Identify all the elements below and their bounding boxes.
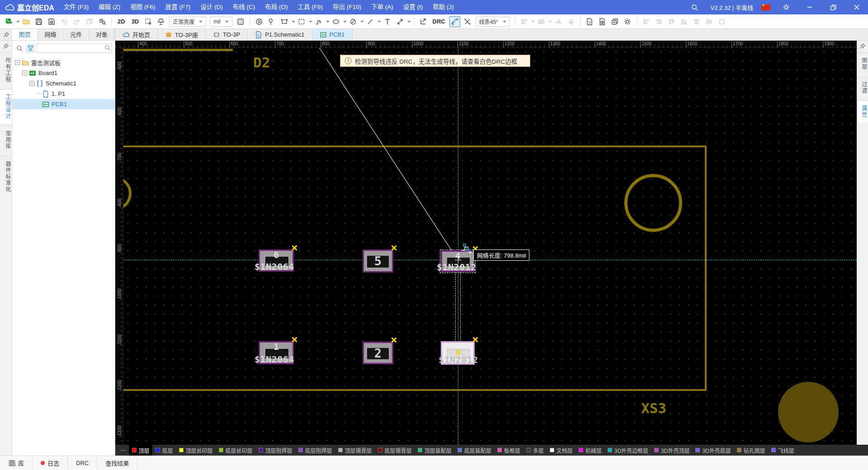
- left-rail-item-工程设计[interactable]: 工程设计: [0, 89, 12, 124]
- route-import-icon[interactable]: [418, 16, 429, 27]
- menu-item-2[interactable]: 视图 (F6): [125, 0, 160, 14]
- chevron-down-icon[interactable]: [407, 21, 411, 23]
- rail-pin-icon[interactable]: [860, 41, 865, 52]
- doc-tab-TO-3P座[interactable]: TO-3P座: [158, 29, 206, 40]
- menu-item-7[interactable]: 工具 (F9): [293, 0, 328, 14]
- pad-5[interactable]: 5: [363, 249, 393, 273]
- layer-item-顶层[interactable]: 顶层: [129, 445, 152, 456]
- chevron-down-icon[interactable]: [16, 21, 20, 23]
- tree-item-雷击测试板[interactable]: −雷击测试板: [12, 57, 115, 68]
- chevron-down-icon[interactable]: [292, 21, 295, 23]
- layer-item-板框层[interactable]: 板框层: [494, 445, 523, 456]
- status-tab-DRC[interactable]: DRC: [68, 456, 97, 470]
- folder-icon[interactable]: [21, 16, 32, 27]
- chevron-down-icon[interactable]: [360, 21, 364, 23]
- tree-item-PCB1[interactable]: PCB1: [12, 99, 115, 109]
- grid-icon[interactable]: [235, 16, 246, 27]
- menu-item-8[interactable]: 导出 (F10): [328, 0, 366, 14]
- ellipse-icon[interactable]: [330, 16, 341, 27]
- text-icon[interactable]: [382, 16, 393, 27]
- keepout-icon[interactable]: [348, 16, 359, 27]
- layer-item-飞线层[interactable]: 飞线层: [768, 445, 797, 456]
- panel-tab-图页[interactable]: 图页: [12, 29, 38, 40]
- pad-1[interactable]: 1$1N2064: [259, 341, 294, 364]
- drc-check-button[interactable]: DRC: [430, 18, 448, 25]
- global-search-icon[interactable]: [687, 0, 703, 14]
- tree-expander-icon[interactable]: −: [15, 60, 20, 65]
- pcb-canvas[interactable]: D2 XS3 6$1N206454$1N20121$1N20642$1N2012…: [115, 41, 857, 445]
- left-rail-item-常用库[interactable]: 常用库: [0, 126, 12, 154]
- menu-item-4[interactable]: 设计 (D): [195, 0, 228, 14]
- layer-item-底层阻焊层[interactable]: 底层阻焊层: [295, 445, 335, 456]
- unit-select-dropdown[interactable]: mil: [210, 17, 232, 27]
- pad-icon[interactable]: [266, 16, 277, 27]
- pad-2[interactable]: 2: [363, 342, 393, 364]
- layer-item-顶层阻焊层[interactable]: 顶层阻焊层: [255, 445, 295, 456]
- layer-item-3D外壳底层[interactable]: 3D外壳底层: [693, 445, 734, 456]
- rect-icon[interactable]: [279, 16, 290, 27]
- rail-pin-icon[interactable]: [3, 41, 9, 52]
- layer-bar-handle[interactable]: —: [118, 447, 129, 453]
- menu-item-5[interactable]: 布线 (C): [228, 0, 260, 14]
- close-button[interactable]: [849, 0, 864, 14]
- layer-item-底层装配层[interactable]: 底层装配层: [454, 445, 494, 456]
- left-rail-item-器件标准化[interactable]: 器件标准化: [0, 156, 12, 197]
- layer-item-顶层装配层[interactable]: 顶层装配层: [415, 445, 454, 456]
- settings-gear-icon[interactable]: [778, 0, 794, 14]
- view-2d-button[interactable]: 2D: [115, 18, 128, 25]
- search-input-icon[interactable]: [104, 45, 110, 51]
- order-icon[interactable]: [597, 16, 608, 27]
- brightness-select-dropdown[interactable]: 正常亮度: [169, 17, 206, 27]
- menu-item-11[interactable]: 帮助 (J): [428, 0, 459, 14]
- status-tab-库[interactable]: 库: [0, 456, 33, 470]
- line-mode-select-dropdown[interactable]: 线条45°: [476, 17, 510, 27]
- settings-icon[interactable]: [622, 16, 633, 27]
- panel-tab-元件[interactable]: 元件: [64, 29, 90, 40]
- tree-expander-icon[interactable]: −: [29, 81, 34, 86]
- chevron-down-icon[interactable]: [531, 21, 535, 23]
- layer-item-3D外壳顶层[interactable]: 3D外壳顶层: [651, 445, 693, 456]
- polyline-icon[interactable]: [313, 16, 324, 27]
- track-icon[interactable]: [449, 16, 460, 27]
- chevron-down-icon[interactable]: [377, 21, 381, 23]
- tree-expander-icon[interactable]: −: [22, 70, 27, 75]
- layer-item-文档层[interactable]: 文档层: [547, 445, 576, 456]
- layer-item-钻孔图层[interactable]: 钻孔图层: [734, 445, 768, 456]
- status-tab-日志[interactable]: 日志: [33, 456, 68, 470]
- layer-item-机械层[interactable]: 机械层: [576, 445, 604, 456]
- layer-item-顶层锡膏层[interactable]: 顶层锡膏层: [335, 445, 375, 456]
- panel-pin-icon[interactable]: [0, 29, 12, 40]
- right-rail-item-过滤[interactable]: 过滤: [857, 76, 868, 99]
- right-rail-item-属性[interactable]: 属性: [857, 100, 868, 122]
- menu-item-3[interactable]: 放置 (F7): [160, 0, 196, 14]
- select-icon[interactable]: [143, 16, 154, 27]
- dashed-rect-icon[interactable]: [296, 16, 307, 27]
- pad-selected-5[interactable]: $1N2012: [441, 341, 475, 365]
- chevron-down-icon[interactable]: [326, 21, 330, 23]
- brightness-icon[interactable]: [156, 16, 166, 27]
- pad-6[interactable]: 6$1N2064: [259, 249, 294, 272]
- restore-button[interactable]: [826, 0, 841, 14]
- tree-search-input[interactable]: [37, 44, 112, 53]
- ratline-icon[interactable]: [462, 16, 473, 27]
- view-3d-button[interactable]: 3D: [129, 18, 142, 25]
- save-icon[interactable]: [33, 16, 44, 27]
- menu-item-0[interactable]: 文件 (F3): [59, 0, 94, 14]
- left-rail-item-所有工程[interactable]: 所有工程: [0, 52, 12, 87]
- doc-tab-PCB1[interactable]: PCB1: [312, 29, 353, 40]
- gerber-icon[interactable]: G: [584, 16, 595, 27]
- language-flag-icon[interactable]: [761, 5, 770, 10]
- doc-tab-开始页[interactable]: 开始页: [115, 29, 158, 40]
- layer-item-底层[interactable]: 底层: [152, 445, 176, 456]
- minimize-button[interactable]: [802, 0, 817, 14]
- save-all-icon[interactable]: [46, 16, 57, 27]
- chevron-down-icon[interactable]: [309, 21, 312, 23]
- new-file-icon[interactable]: [4, 16, 14, 27]
- panel-tab-对象[interactable]: 对象: [89, 29, 115, 40]
- layer-item-顶层丝印层[interactable]: 顶层丝印层: [176, 445, 216, 456]
- tree-item-1. P1[interactable]: 1. P1: [12, 89, 115, 99]
- panel-tab-网络[interactable]: 网络: [38, 29, 64, 40]
- menu-item-9[interactable]: 下单 (A): [366, 0, 398, 14]
- filter-funnel-icon[interactable]: [26, 44, 35, 53]
- layer-item-底层锡膏层[interactable]: 底层锡膏层: [375, 445, 415, 456]
